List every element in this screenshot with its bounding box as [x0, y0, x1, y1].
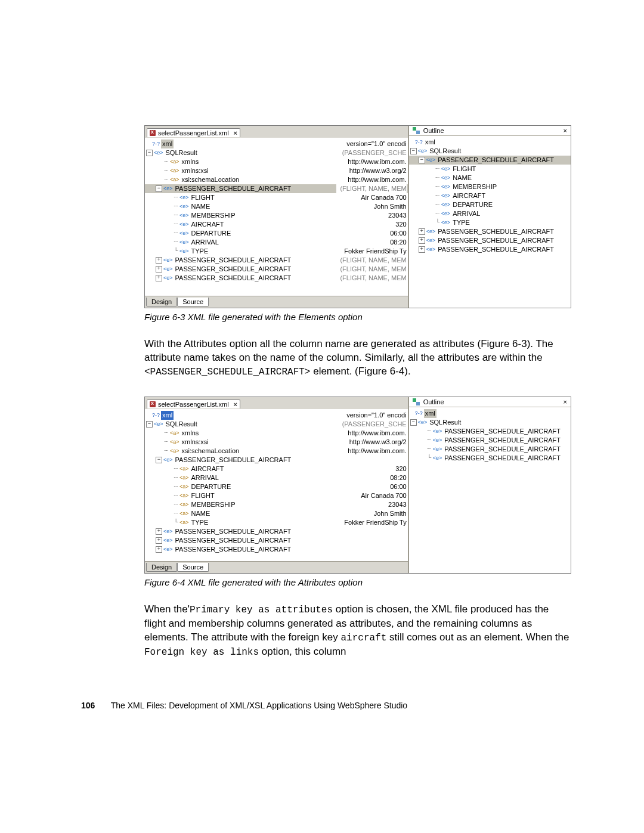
tree-row[interactable]: ┈<a>DEPARTURE06:00	[145, 482, 408, 491]
tree-value: (FLIGHT, NAME, MEM	[336, 274, 406, 283]
tree-row[interactable]: ┈<e>FLIGHTAir Canada 700	[145, 193, 408, 202]
tree-row[interactable]: ┈<e>ARRIVAL	[409, 209, 571, 218]
paragraph-1: With the Attributes option all the colum…	[144, 337, 571, 379]
tree-row[interactable]: +<e>PASSENGER_SCHEDULE_AIRCRAFT	[409, 227, 571, 236]
tree-row[interactable]: +<e>PASSENGER_SCHEDULE_AIRCRAFT	[409, 236, 571, 245]
tree-row[interactable]: └<e>PASSENGER_SCHEDULE_AIRCRAFT	[409, 454, 571, 463]
tree-expander[interactable]: −	[410, 148, 417, 154]
tree-row[interactable]: −<e>PASSENGER_SCHEDULE_AIRCRAFT	[145, 456, 408, 465]
tree-row[interactable]: −<e>PASSENGER_SCHEDULE_AIRCRAFT(FLIGHT, …	[145, 184, 408, 193]
tree-row[interactable]: ┈<a>FLIGHTAir Canada 700	[145, 491, 408, 500]
tree-row[interactable]: ┈<e>NAME	[409, 174, 571, 182]
element-icon: <e>	[418, 418, 429, 427]
tree-row[interactable]: ?-?xmlversion="1.0" encodi	[145, 140, 408, 148]
editor-tab[interactable]: selectPassengerList.xml×	[147, 128, 240, 137]
tree-expander[interactable]: +	[156, 275, 162, 281]
close-icon[interactable]: ×	[234, 129, 237, 137]
tree-row[interactable]: +<e>PASSENGER_SCHEDULE_AIRCRAFT(FLIGHT, …	[145, 274, 408, 283]
editor-mode-tab[interactable]: Source	[177, 298, 209, 306]
tree-row[interactable]: ┈<e>PASSENGER_SCHEDULE_AIRCRAFT	[409, 445, 571, 454]
tree-branch-icon: ┈	[434, 191, 441, 200]
tree-row[interactable]: +<e>PASSENGER_SCHEDULE_AIRCRAFT	[145, 527, 408, 536]
tree-expander[interactable]: +	[156, 546, 162, 553]
tree-row[interactable]: ┈<e>PASSENGER_SCHEDULE_AIRCRAFT	[409, 436, 571, 445]
tree-expander[interactable]: −	[146, 150, 153, 156]
tree-row[interactable]: −<e>SQLResult(PASSENGER_SCHE	[145, 148, 408, 157]
tree-value: Fokker FriendShip Ty	[340, 518, 406, 527]
tree-row[interactable]: ┈<a>xmlnshttp://www.ibm.com.	[145, 429, 408, 438]
tree-row[interactable]: ┈<e>PASSENGER_SCHEDULE_AIRCRAFT	[409, 427, 571, 436]
element-icon: <e>	[163, 536, 174, 545]
outline-tree[interactable]: ?-?xml−<e>SQLResult−<e>PASSENGER_SCHEDUL…	[409, 136, 571, 308]
tree-row[interactable]: ┈<a>xmlns:xsihttp://www.w3.org/2	[145, 438, 408, 447]
tree-row[interactable]: ┈<a>ARRIVAL08:20	[145, 473, 408, 482]
tree-row[interactable]: ┈<e>AIRCRAFT	[409, 191, 571, 200]
tree-expander[interactable]: +	[156, 266, 162, 272]
element-icon: <e>	[433, 454, 444, 463]
tree-expander[interactable]: +	[419, 237, 425, 244]
tree-row[interactable]: ┈<e>FLIGHT	[409, 165, 571, 174]
tree-row[interactable]: └<a>TYPEFokker FriendShip Ty	[145, 518, 408, 527]
editor-mode-tab[interactable]: Design	[146, 298, 177, 306]
tree-row[interactable]: −<e>SQLResult(PASSENGER_SCHE	[145, 420, 408, 429]
tree-row[interactable]: └<e>TYPEFokker FriendShip Ty	[145, 247, 408, 256]
tree-row[interactable]: ┈<a>MEMBERSHIP23043	[145, 500, 408, 509]
tree-expander[interactable]: −	[146, 421, 153, 428]
tree-row[interactable]: ┈<e>DEPARTURE06:00	[145, 229, 408, 238]
tree-row[interactable]: +<e>PASSENGER_SCHEDULE_AIRCRAFT	[145, 536, 408, 545]
tree-row[interactable]: ┈<a>AIRCRAFT320	[145, 465, 408, 473]
tree-expander[interactable]: +	[419, 228, 425, 235]
tree-row[interactable]: ┈<a>xmlnshttp://www.ibm.com.	[145, 157, 408, 166]
tree-row[interactable]: ┈<e>MEMBERSHIP	[409, 182, 571, 191]
tree-row[interactable]: −<e>PASSENGER_SCHEDULE_AIRCRAFT	[409, 156, 571, 165]
tree-row[interactable]: +<e>PASSENGER_SCHEDULE_AIRCRAFT	[145, 545, 408, 554]
close-icon[interactable]: ×	[564, 127, 567, 134]
tree-label: xml	[161, 411, 174, 420]
tree-row[interactable]: +<e>PASSENGER_SCHEDULE_AIRCRAFT	[409, 245, 571, 254]
tree-row[interactable]: ┈<e>AIRCRAFT320	[145, 220, 408, 229]
tree-branch-icon: ┈	[163, 438, 170, 447]
close-icon[interactable]: ×	[234, 401, 237, 408]
tree-branch-icon: ┈	[172, 509, 179, 518]
editor-mode-tab[interactable]: Source	[177, 563, 209, 572]
tree-expander[interactable]: +	[156, 528, 162, 535]
editor-tab[interactable]: selectPassengerList.xml×	[147, 400, 240, 408]
xml-design-tree[interactable]: ?-?xmlversion="1.0" encodi−<e>SQLResult(…	[145, 138, 408, 296]
tree-row[interactable]: ?-?xml	[409, 138, 571, 147]
tree-row[interactable]: ┈<e>DEPARTURE	[409, 200, 571, 209]
tree-row[interactable]: ?-?xmlversion="1.0" encodi	[145, 411, 408, 420]
tree-row[interactable]: −<e>SQLResult	[409, 418, 571, 427]
tree-expander[interactable]: +	[156, 257, 162, 264]
editor-mode-tab[interactable]: Design	[146, 563, 177, 572]
page-footer: 106 The XML Files: Development of XML/XS…	[144, 701, 571, 710]
tree-row[interactable]: +<e>PASSENGER_SCHEDULE_AIRCRAFT(FLIGHT, …	[145, 265, 408, 274]
tree-expander[interactable]: +	[156, 537, 162, 544]
tree-row[interactable]: ┈<e>NAMEJohn Smith	[145, 202, 408, 211]
tree-row[interactable]: ┈<e>MEMBERSHIP23043	[145, 211, 408, 220]
tree-expander[interactable]: −	[419, 157, 425, 163]
tree-label: NAME	[190, 509, 212, 518]
tree-branch-icon: ┈	[172, 211, 179, 220]
tree-expander[interactable]: −	[156, 185, 162, 192]
element-icon: <e>	[163, 265, 174, 274]
close-icon[interactable]: ×	[564, 398, 567, 405]
outline-tree[interactable]: ?-?xml−<e>SQLResult┈<e>PASSENGER_SCHEDUL…	[409, 407, 571, 573]
tree-row[interactable]: ┈<a>xmlns:xsihttp://www.w3.org/2	[145, 166, 408, 175]
tree-row[interactable]: −<e>SQLResult	[409, 147, 571, 156]
xml-design-tree[interactable]: ?-?xmlversion="1.0" encodi−<e>SQLResult(…	[145, 409, 408, 561]
tree-row[interactable]: ┈<a>xsi:schemaLocationhttp://www.ibm.com…	[145, 175, 408, 184]
tree-row[interactable]: +<e>PASSENGER_SCHEDULE_AIRCRAFT(FLIGHT, …	[145, 256, 408, 265]
tree-expander[interactable]: −	[410, 419, 417, 426]
attribute-icon: <a>	[179, 509, 190, 518]
tree-value: John Smith	[370, 509, 407, 518]
element-icon: <e>	[426, 156, 437, 165]
tree-row[interactable]: ┈<a>xsi:schemaLocationhttp://www.ibm.com…	[145, 447, 408, 456]
tree-row[interactable]: ?-?xml	[409, 409, 571, 418]
element-icon: <e>	[163, 274, 174, 283]
tree-row[interactable]: ┈<e>ARRIVAL08:20	[145, 238, 408, 247]
tree-label: MEMBERSHIP	[190, 211, 237, 220]
tree-row[interactable]: ┈<a>NAMEJohn Smith	[145, 509, 408, 518]
tree-row[interactable]: └<e>TYPE	[409, 218, 571, 227]
tree-expander[interactable]: +	[419, 246, 425, 253]
tree-expander[interactable]: −	[156, 457, 162, 463]
